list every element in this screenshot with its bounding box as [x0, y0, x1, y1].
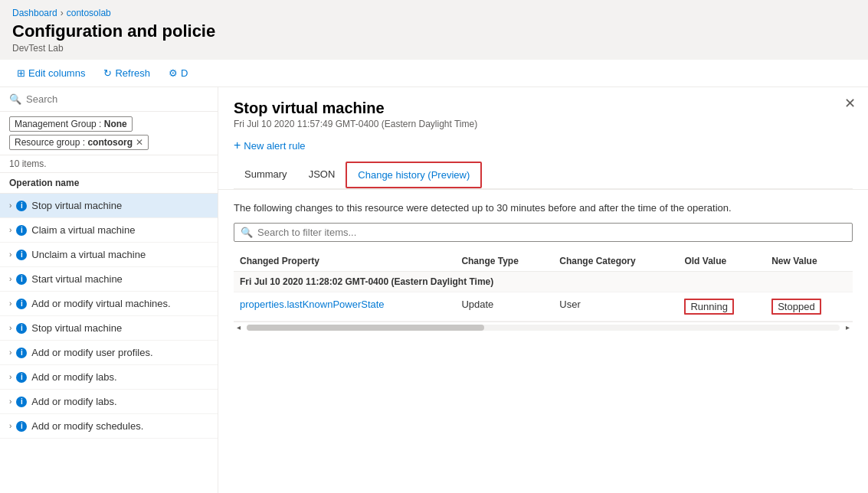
filter-tags: Management Group : None Resource group :…	[0, 112, 218, 155]
info-icon: i	[16, 250, 27, 260]
breadcrumb-dashboard[interactable]: Dashboard	[12, 8, 57, 18]
group-row: Fri Jul 10 2020 11:28:02 GMT-0400 (Easte…	[234, 272, 853, 292]
main-area: 🔍 Management Group : None Resource group…	[0, 87, 868, 493]
change-table: Changed Property Change Type Change Cate…	[234, 251, 853, 322]
left-panel: 🔍 Management Group : None Resource group…	[0, 87, 218, 493]
horizontal-scrollbar[interactable]: ◂ ▸	[234, 322, 853, 332]
chevron-right-icon: ›	[9, 373, 11, 381]
tab-summary[interactable]: Summary	[234, 162, 298, 188]
scroll-right-arrow[interactable]: ▸	[843, 323, 853, 331]
col-header-change-category: Change Category	[553, 251, 678, 272]
list-item[interactable]: › i Add or modify user profiles.	[0, 341, 218, 365]
chevron-right-icon: ›	[9, 201, 11, 210]
scroll-thumb[interactable]	[247, 325, 484, 331]
info-icon: i	[16, 397, 27, 407]
list-item-label: Claim a virtual machine	[31, 224, 135, 236]
plus-icon: +	[234, 139, 241, 152]
chevron-right-icon: ›	[9, 226, 11, 234]
change-type-cell: Update	[455, 292, 553, 322]
breadcrumb-contosolab[interactable]: contosolab	[67, 8, 111, 18]
column-header: Operation name	[0, 173, 218, 194]
info-icon: i	[16, 225, 27, 236]
search-input[interactable]	[26, 93, 208, 105]
info-icon: i	[16, 372, 27, 383]
change-category-cell: User	[553, 292, 678, 322]
list-item-label: Start virtual machine	[31, 273, 123, 285]
info-icon: i	[16, 299, 27, 309]
list-item[interactable]: › i Stop virtual machine	[0, 194, 218, 218]
list-item-label: Add or modify user profiles.	[31, 347, 152, 358]
old-value-cell: Running	[678, 292, 765, 322]
col-header-new-value: New Value	[765, 251, 853, 272]
info-icon: i	[16, 348, 27, 358]
page-subtitle: DevTest Lab	[0, 43, 868, 60]
detail-title: Stop virtual machine	[234, 100, 853, 117]
list-item-label: Add or modify labs.	[31, 371, 116, 383]
close-button[interactable]: ✕	[844, 96, 856, 110]
chevron-right-icon: ›	[9, 324, 11, 332]
list-item[interactable]: › i Add or modify schedules.	[0, 414, 218, 439]
list-item[interactable]: › i Start virtual machine	[0, 267, 218, 292]
edit-columns-icon: ⊞	[17, 67, 25, 79]
list-item-label: Stop virtual machine	[31, 200, 122, 211]
col-header-change-type: Change Type	[455, 251, 553, 272]
filter-search-box: 🔍	[234, 223, 853, 242]
info-icon: i	[16, 274, 27, 285]
info-icon: i	[16, 201, 27, 211]
info-text: The following changes to this resource w…	[234, 202, 853, 214]
edit-columns-button[interactable]: ⊞ Edit columns	[12, 64, 90, 82]
new-value-cell: Stopped	[765, 292, 853, 322]
detail-timestamp: Fri Jul 10 2020 11:57:49 GMT-0400 (Easte…	[234, 119, 853, 129]
items-count: 10 items.	[0, 155, 218, 173]
refresh-icon: ↻	[103, 67, 112, 79]
new-alert-rule-link[interactable]: + New alert rule	[234, 139, 853, 152]
remove-resource-group-filter[interactable]: ✕	[136, 137, 143, 148]
list-item-label: Add or modify labs.	[31, 396, 116, 407]
scroll-left-arrow[interactable]: ◂	[234, 323, 244, 331]
list-item-label: Add or modify virtual machines.	[31, 298, 170, 309]
list-item-label: Unclaim a virtual machine	[31, 249, 146, 260]
gear-icon: ⚙	[169, 67, 178, 79]
page-title: Configuration and policie	[0, 21, 868, 43]
diagnostics-button[interactable]: ⚙ D	[164, 64, 192, 82]
list-item[interactable]: › i Stop virtual machine	[0, 316, 218, 341]
table-row: properties.lastKnownPowerState Update Us…	[234, 292, 853, 322]
list-items: › i Stop virtual machine › i Claim a vir…	[0, 194, 218, 493]
toolbar: ⊞ Edit columns ↻ Refresh ⚙ D	[0, 60, 868, 87]
search-icon: 🔍	[241, 227, 253, 238]
list-item-label: Add or modify schedules.	[31, 420, 143, 432]
tab-change-history[interactable]: Change history (Preview)	[346, 162, 482, 188]
chevron-right-icon: ›	[9, 275, 11, 283]
detail-body: The following changes to this resource w…	[218, 190, 868, 493]
tabs: Summary JSON Change history (Preview)	[234, 162, 853, 189]
list-item[interactable]: › i Add or modify labs.	[0, 390, 218, 414]
chevron-right-icon: ›	[9, 397, 11, 406]
filter-tag-resource-group[interactable]: Resource group : contosorg ✕	[9, 135, 149, 150]
chevron-right-icon: ›	[9, 348, 11, 357]
col-header-property: Changed Property	[234, 251, 455, 272]
chevron-right-icon: ›	[9, 250, 11, 259]
scroll-track[interactable]	[247, 325, 840, 331]
list-item[interactable]: › i Add or modify labs.	[0, 365, 218, 390]
detail-header: ✕ Stop virtual machine Fri Jul 10 2020 1…	[218, 87, 868, 190]
search-icon: 🔍	[9, 93, 21, 105]
info-icon: i	[16, 323, 27, 334]
list-item-label: Stop virtual machine	[31, 322, 122, 334]
tab-json[interactable]: JSON	[298, 162, 346, 188]
chevron-right-icon: ›	[9, 299, 11, 308]
breadcrumb: Dashboard › contosolab	[0, 0, 868, 21]
col-header-old-value: Old Value	[678, 251, 765, 272]
chevron-right-icon: ›	[9, 422, 11, 430]
list-item[interactable]: › i Unclaim a virtual machine	[0, 243, 218, 267]
info-icon: i	[16, 421, 27, 432]
filter-tag-management-group[interactable]: Management Group : None	[9, 116, 133, 132]
right-panel: ✕ Stop virtual machine Fri Jul 10 2020 1…	[218, 87, 868, 493]
search-box: 🔍	[0, 87, 218, 112]
list-item[interactable]: › i Add or modify virtual machines.	[0, 292, 218, 316]
refresh-button[interactable]: ↻ Refresh	[99, 64, 155, 82]
property-link[interactable]: properties.lastKnownPowerState	[240, 299, 385, 310]
list-item[interactable]: › i Claim a virtual machine	[0, 218, 218, 243]
filter-search-input[interactable]	[257, 227, 846, 238]
